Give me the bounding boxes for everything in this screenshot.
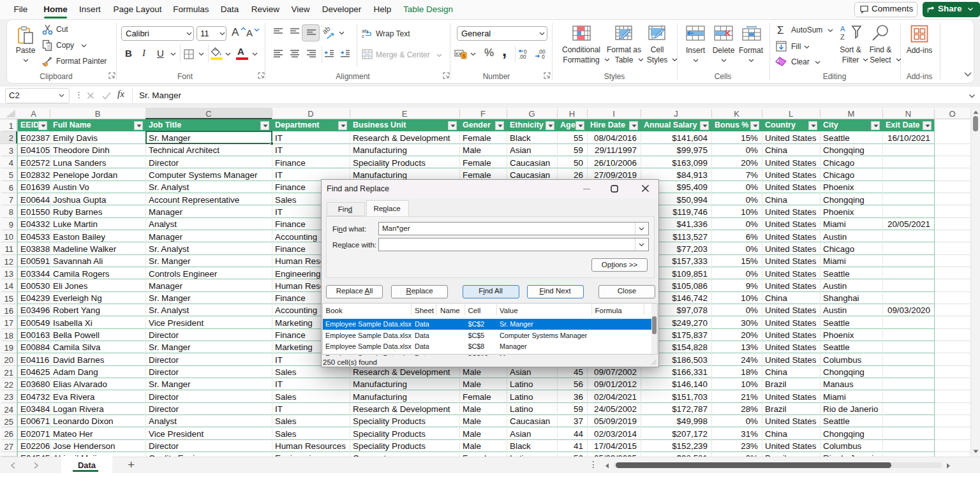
svg-text:$: $ — [463, 53, 466, 59]
svg-text:0: 0 — [542, 54, 545, 59]
svg-text:c: c — [362, 33, 364, 38]
svg-text:Z: Z — [840, 33, 845, 41]
svg-text:A: A — [840, 25, 845, 33]
svg-text:.00: .00 — [519, 54, 526, 59]
